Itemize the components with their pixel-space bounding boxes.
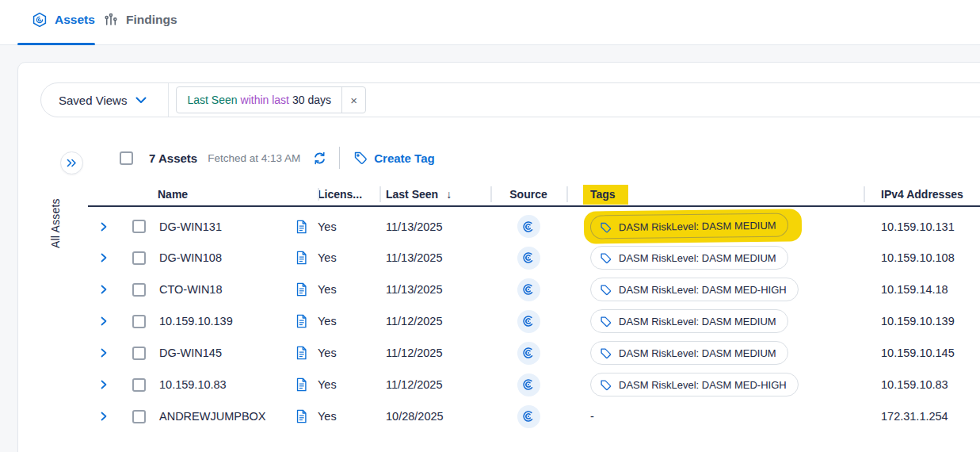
double-chevron-right-icon <box>67 159 77 167</box>
row-expand-chevron-icon[interactable] <box>88 348 120 358</box>
active-tab-underline <box>17 43 95 45</box>
row-checkbox[interactable] <box>132 315 146 328</box>
last-seen-value: 10/28/2025 <box>379 410 490 423</box>
all-assets-rail-label[interactable]: All Assets <box>48 180 63 248</box>
asset-name: CTO-WIN18 <box>158 283 284 296</box>
assets-panel: Saved Views Last Seen within last 30 day… <box>17 62 980 452</box>
tag-icon <box>600 347 612 359</box>
asset-name: DG-WIN131 <box>158 220 284 233</box>
tag-pill[interactable]: DASM RiskLevel: DASM MED-HIGH <box>590 278 799 301</box>
tag-label: DASM RiskLevel: DASM MEDIUM <box>619 347 776 359</box>
tags-cell: - <box>566 410 864 423</box>
tab-findings[interactable]: Findings <box>103 12 177 28</box>
row-checkbox[interactable] <box>132 410 146 423</box>
table-row[interactable]: 10.159.10.139 Yes 11/12/2025 DASM RiskLe… <box>88 305 980 337</box>
top-tab-bar: Assets Findings <box>0 0 980 45</box>
document-icon[interactable] <box>284 377 318 392</box>
chevron-down-icon <box>135 97 147 104</box>
source-sensor-icon <box>517 247 540 270</box>
header-last-seen[interactable]: Last Seen ↓ <box>379 188 490 201</box>
license-value: Yes <box>318 283 379 296</box>
document-icon[interactable] <box>284 251 318 265</box>
tag-pill[interactable]: DASM RiskLevel: DASM MED-HIGH <box>590 373 799 396</box>
header-name[interactable]: Name <box>158 188 284 201</box>
table-header-row: Name Licens... Last Seen ↓ Source Tags I… <box>88 183 980 207</box>
asset-name: 10.159.10.139 <box>158 315 284 328</box>
ipv4-value: 10.159.10.131 <box>864 220 980 233</box>
row-expand-chevron-icon[interactable] <box>88 316 120 326</box>
ipv4-value: 10.159.10.108 <box>864 251 980 264</box>
select-all-checkbox[interactable] <box>120 151 133 165</box>
table-row[interactable]: 10.159.10.83 Yes 11/12/2025 DASM RiskLev… <box>88 369 980 400</box>
tag-icon <box>600 379 612 391</box>
header-ipv4[interactable]: IPv4 Addresses <box>864 188 980 201</box>
toolbar-divider <box>339 147 340 169</box>
tag-icon <box>600 316 612 328</box>
row-checkbox[interactable] <box>132 251 146 265</box>
saved-views-dropdown[interactable]: Saved Views <box>41 94 168 107</box>
header-license[interactable]: Licens... <box>318 188 379 201</box>
asset-count: 7 Assets <box>149 151 197 165</box>
row-expand-chevron-icon[interactable] <box>88 285 120 294</box>
last-seen-value: 11/13/2025 <box>379 283 490 296</box>
filter-bar-divider <box>168 83 169 117</box>
filter-chip-remove-button[interactable]: × <box>341 87 365 113</box>
last-seen-value: 11/13/2025 <box>379 220 490 233</box>
source-sensor-icon <box>517 373 540 396</box>
tag-icon <box>600 221 612 233</box>
table-row[interactable]: ANDREWJUMPBOX Yes 10/28/2025 - 172.31.1.… <box>88 400 980 432</box>
row-checkbox[interactable] <box>132 347 146 360</box>
tab-assets[interactable]: Assets <box>32 12 95 28</box>
create-tag-button[interactable]: Create Tag <box>353 151 434 165</box>
ipv4-value: 172.31.1.254 <box>864 410 980 423</box>
license-value: Yes <box>318 347 379 359</box>
row-expand-chevron-icon[interactable] <box>88 380 120 389</box>
table-row[interactable]: DG-WIN131 Yes 11/13/2025 DASM RiskLevel:… <box>88 210 980 242</box>
license-value: Yes <box>318 410 379 423</box>
tab-findings-label: Findings <box>126 13 177 27</box>
expand-sidebar-button[interactable] <box>60 151 83 174</box>
document-icon[interactable] <box>284 314 318 328</box>
source-sensor-icon <box>517 405 540 428</box>
license-value: Yes <box>318 251 379 264</box>
assets-table: Name Licens... Last Seen ↓ Source Tags I… <box>88 183 980 432</box>
document-icon[interactable] <box>284 220 318 234</box>
last-seen-value: 11/13/2025 <box>379 251 490 264</box>
row-checkbox[interactable] <box>132 378 146 392</box>
asset-name: DG-WIN145 <box>158 347 284 359</box>
license-value: Yes <box>318 315 379 328</box>
filter-chip-text: Last Seen within last 30 days <box>177 87 341 113</box>
document-icon[interactable] <box>284 346 318 360</box>
findings-chart-icon <box>103 12 119 28</box>
row-expand-chevron-icon[interactable] <box>88 412 120 421</box>
document-icon[interactable] <box>284 282 318 297</box>
tags-cell: DASM RiskLevel: DASM MEDIUM <box>566 341 864 365</box>
source-sensor-icon <box>517 342 540 365</box>
tag-pill[interactable]: DASM RiskLevel: DASM MEDIUM <box>590 309 788 333</box>
tag-pill[interactable]: DASM RiskLevel: DASM MEDIUM <box>590 246 788 270</box>
ipv4-value: 10.159.10.145 <box>864 347 980 359</box>
close-icon: × <box>350 94 357 107</box>
tag-highlight: DASM RiskLevel: DASM MEDIUM <box>584 209 802 243</box>
ipv4-value: 10.159.14.18 <box>864 283 980 296</box>
sort-descending-icon[interactable]: ↓ <box>446 188 452 201</box>
table-row[interactable]: DG-WIN108 Yes 11/13/2025 DASM RiskLevel:… <box>88 242 980 274</box>
document-icon[interactable] <box>284 409 318 423</box>
assets-hexagon-icon <box>32 12 48 28</box>
row-expand-chevron-icon[interactable] <box>88 222 120 232</box>
tag-pill[interactable]: DASM RiskLevel: DASM MEDIUM <box>590 213 788 239</box>
header-tags[interactable]: Tags <box>566 185 864 205</box>
tags-cell: DASM RiskLevel: DASM MED-HIGH <box>566 373 864 396</box>
last-seen-value: 11/12/2025 <box>379 378 490 391</box>
row-checkbox[interactable] <box>132 220 146 233</box>
asset-name: DG-WIN108 <box>158 251 284 264</box>
table-row[interactable]: DG-WIN145 Yes 11/12/2025 DASM RiskLevel:… <box>88 337 980 369</box>
row-expand-chevron-icon[interactable] <box>88 253 120 262</box>
table-body: DG-WIN131 Yes 11/13/2025 DASM RiskLevel:… <box>88 207 980 432</box>
refresh-button[interactable] <box>312 151 327 166</box>
tag-pill[interactable]: DASM RiskLevel: DASM MEDIUM <box>590 341 788 365</box>
header-source[interactable]: Source <box>490 188 566 201</box>
table-row[interactable]: CTO-WIN18 Yes 11/13/2025 DASM RiskLevel:… <box>88 274 980 305</box>
row-checkbox[interactable] <box>132 283 146 297</box>
filter-chip-last-seen[interactable]: Last Seen within last 30 days × <box>176 86 366 113</box>
